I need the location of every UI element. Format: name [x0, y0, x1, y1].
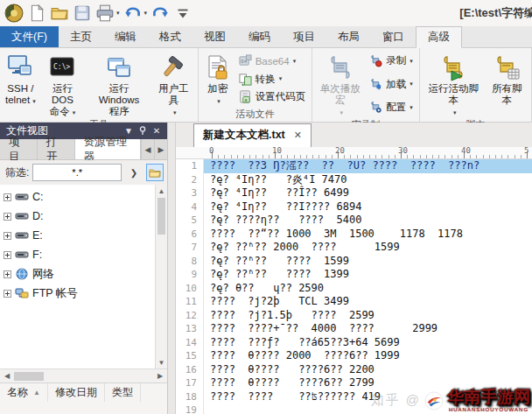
- editor-line[interactable]: 12???? ?ϳ?1.5þ ???? 2599: [176, 309, 532, 323]
- menu-item-9[interactable]: 高级: [416, 26, 462, 48]
- qat-more-icon[interactable]: [173, 4, 192, 23]
- menu-item-0[interactable]: 文件(F): [0, 26, 59, 47]
- save-icon[interactable]: [73, 4, 92, 23]
- tree-item-label: C:: [32, 191, 44, 203]
- editor-line[interactable]: 14???? ???ƒ? ??á65??3+64 5699: [176, 336, 532, 350]
- editor-line[interactable]: 15???? θ???? 2000 ????6?? 1999: [176, 349, 532, 363]
- ribbon-button[interactable]: 转换▾: [237, 72, 308, 87]
- drive-icon: [15, 210, 29, 222]
- menu-item-2[interactable]: 编辑: [103, 26, 148, 47]
- expand-plus-icon[interactable]: [4, 251, 11, 259]
- line-number: 7: [176, 241, 204, 255]
- editor-line[interactable]: 13???? ????+ˉ?? 4000 ???? 2999: [176, 322, 532, 336]
- tree-item[interactable]: D:: [4, 207, 155, 226]
- menu-item-6[interactable]: 项目: [282, 26, 326, 47]
- tree-item[interactable]: F:: [4, 245, 155, 264]
- menu-item-1[interactable]: 主页: [59, 26, 103, 47]
- editor-line[interactable]: 2?ę? ⁴Iη?? ?炎⁴I 7470: [176, 173, 532, 187]
- panel-tab-1[interactable]: 打开: [38, 139, 75, 159]
- ribbon-button[interactable]: 用户工具▾: [152, 51, 195, 118]
- editor-line[interactable]: 3?ę? ⁴Iη?? ??Î?? 6499: [176, 186, 532, 200]
- editor-line[interactable]: 11???? ?ϳ?2þ TCL 3499: [176, 295, 532, 309]
- column-header-2[interactable]: 类型: [105, 383, 141, 402]
- document-tab[interactable]: 新建文本文档.txt ✕: [193, 123, 312, 147]
- ribbon-button[interactable]: 单次播放宏▾: [315, 51, 365, 118]
- new-file-icon[interactable]: [27, 4, 46, 23]
- menu-item-3[interactable]: 格式: [148, 26, 192, 47]
- column-header-0[interactable]: 名称▲: [0, 383, 48, 402]
- expand-plus-icon[interactable]: [4, 290, 11, 298]
- expand-plus-icon[interactable]: [4, 270, 11, 278]
- tree-vertical-scrollbar[interactable]: ▲ ▼: [155, 185, 167, 368]
- tree-item[interactable]: FTP 帐号: [4, 284, 155, 303]
- menu-item-5[interactable]: 编码: [237, 26, 282, 47]
- menu-bar: 文件(F)主页编辑格式视图编码项目布局窗口高级: [0, 26, 532, 48]
- editor-line[interactable]: 4?ę? ⁴Iη?? ??I???? 6894: [176, 200, 532, 214]
- pin-icon[interactable]: [136, 124, 150, 137]
- editor-line[interactable]: 17???? θ???? ????6?? 2799: [176, 376, 532, 390]
- horizontal-scroll-thumb[interactable]: [14, 372, 44, 381]
- tab-close-icon[interactable]: ✕: [294, 130, 302, 141]
- scroll-right-icon[interactable]: ▶: [153, 372, 167, 380]
- redo-icon[interactable]: [150, 4, 170, 23]
- tree-horizontal-scrollbar[interactable]: ◀ ▶: [0, 368, 167, 382]
- tree-item[interactable]: E:: [4, 226, 155, 245]
- file-list-empty: [0, 402, 167, 414]
- menu-item-7[interactable]: 布局: [326, 26, 371, 47]
- ribbon-button[interactable]: 录制▾: [368, 53, 415, 68]
- menu-item-8[interactable]: 窗口: [371, 26, 416, 47]
- ribbon-button[interactable]: 配置▾: [368, 100, 415, 115]
- line-text: ???? θ???? ????6?? 2200: [204, 363, 532, 377]
- expand-plus-icon[interactable]: [4, 213, 11, 221]
- network-icon: [15, 268, 29, 280]
- ribbon-button[interactable]: a设置代码页: [237, 89, 308, 104]
- editor-line[interactable]: 19: [176, 403, 532, 414]
- ribbon-button[interactable]: 运行 Windows程序: [87, 51, 151, 118]
- panel-splitter[interactable]: [168, 123, 176, 414]
- vertical-scroll-track[interactable]: [156, 235, 167, 356]
- vertical-scroll-thumb[interactable]: [158, 198, 165, 235]
- dropdown-arrow-icon[interactable]: ▾: [144, 10, 148, 17]
- tab-scroll-right-icon[interactable]: ▶: [154, 139, 167, 159]
- ribbon-button[interactable]: 加载▾: [368, 77, 415, 92]
- app-logo-icon[interactable]: [4, 4, 24, 23]
- print-icon[interactable]: [95, 4, 115, 23]
- editor-line[interactable]: 6???? ??“?? 1000 3M 1500 1178 1178: [176, 228, 532, 242]
- tree-item[interactable]: 网络: [4, 264, 155, 284]
- ribbon-button[interactable]: 运行活动脚本▾: [423, 51, 485, 118]
- editor-line[interactable]: 18???? ???? ??ʦ?????? 419: [176, 390, 532, 404]
- browse-folder-button[interactable]: [146, 164, 164, 181]
- panel-tab-2[interactable]: 资源管理器: [75, 139, 141, 159]
- scroll-down-icon[interactable]: ▼: [156, 356, 167, 368]
- ribbon-button[interactable]: 加密▾: [201, 51, 234, 108]
- editor-line[interactable]: 9?ę? ??ʱ?? ???? 1399: [176, 268, 532, 282]
- tree-item[interactable]: C:: [4, 187, 155, 207]
- dropdown-arrow-icon[interactable]: ▾: [116, 10, 120, 17]
- expand-plus-icon[interactable]: [4, 193, 11, 201]
- filter-go-button[interactable]: ❯: [125, 164, 143, 181]
- filter-input[interactable]: [32, 164, 122, 181]
- open-folder-icon[interactable]: [50, 4, 69, 23]
- text-editing-area[interactable]: 1???? ??3 Ŋ?滛?? ?? ?U? ???? ???? ???n?2?…: [176, 159, 532, 414]
- column-header-1[interactable]: 修改日期: [48, 383, 105, 402]
- editor-line[interactable]: 8?ę? ??ʱ?? ???? 1599: [176, 255, 532, 269]
- ribbon-button[interactable]: SSH /telnet▾: [3, 51, 38, 118]
- editor-line[interactable]: 16???? θ???? ????6?? 2200: [176, 363, 532, 377]
- editor-line[interactable]: 7?ę? ??ʱ?? 2000 ???? 1599: [176, 241, 532, 255]
- expand-plus-icon[interactable]: [4, 232, 11, 240]
- undo-icon[interactable]: [123, 4, 143, 23]
- panel-tab-0[interactable]: 项目: [0, 139, 38, 159]
- editor-line[interactable]: 1???? ??3 Ŋ?滛?? ?? ?U? ???? ???? ???n?: [176, 159, 532, 173]
- dropdown-arrow-icon: ▾: [217, 98, 220, 104]
- editor-line[interactable]: 5?ę? ????η?? ???? 5400: [176, 214, 532, 228]
- scroll-left-icon[interactable]: ◀: [0, 372, 14, 380]
- menu-item-4[interactable]: 视图: [192, 26, 237, 47]
- scroll-up-icon[interactable]: ▲: [156, 185, 167, 197]
- tree-item-label: D:: [32, 210, 44, 222]
- editor-line[interactable]: 10?ę? θ?? ɥ?? 2590: [176, 282, 532, 296]
- ribbon-button[interactable]: 64Base64▾: [237, 53, 308, 68]
- close-icon[interactable]: ✕: [150, 124, 164, 137]
- ribbon-button[interactable]: C:\>运行 DOS命令▾: [39, 51, 87, 118]
- ribbon-button[interactable]: 所有脚本: [486, 51, 528, 118]
- tab-scroll-left-icon[interactable]: ◀: [141, 139, 154, 159]
